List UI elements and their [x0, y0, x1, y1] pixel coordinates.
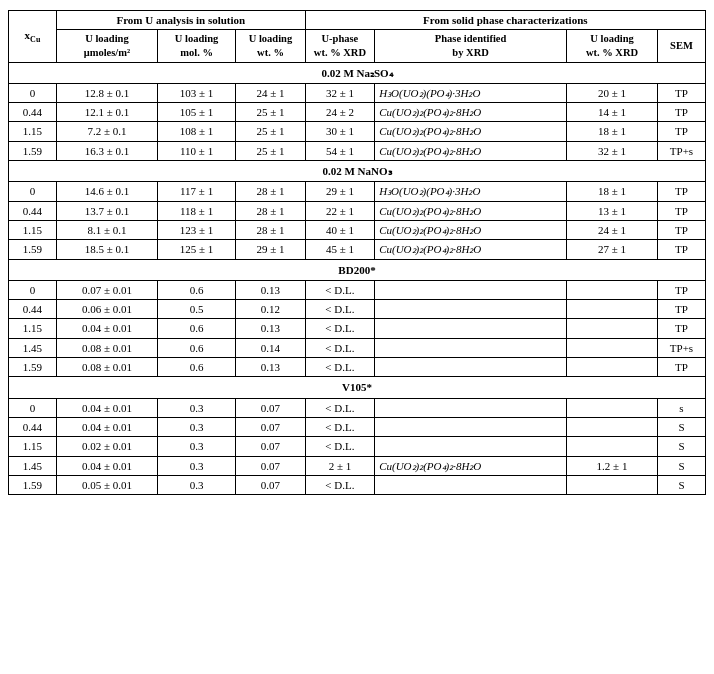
from-solid-label: From solid phase characterizations	[423, 14, 587, 26]
table-cell: 118 ± 1	[157, 201, 235, 220]
table-cell: 22 ± 1	[305, 201, 374, 220]
table-cell: 13.7 ± 0.1	[56, 201, 157, 220]
table-row: 0.4413.7 ± 0.1118 ± 128 ± 122 ± 1Cu(UO₂)…	[9, 201, 706, 220]
table-cell: 0.44	[9, 300, 57, 319]
table-cell: 0.3	[157, 437, 235, 456]
table-cell: 0.3	[157, 417, 235, 436]
section-title: V105*	[9, 377, 706, 398]
table-cell: 1.59	[9, 240, 57, 259]
table-cell: 0	[9, 83, 57, 102]
table-body: 0.02 M Na₂SO₄012.8 ± 0.1103 ± 124 ± 132 …	[9, 62, 706, 495]
table-cell	[375, 300, 567, 319]
table-cell: Cu(UO₂)₂(PO₄)₂·8H₂O	[375, 456, 567, 475]
section-header-row: BD200*	[9, 259, 706, 280]
xcu-label: xCu	[25, 29, 41, 41]
table-cell: 2 ± 1	[305, 456, 374, 475]
table-cell: 7.2 ± 0.1	[56, 122, 157, 141]
table-row: 012.8 ± 0.1103 ± 124 ± 132 ± 1H₃O(UO₂)(P…	[9, 83, 706, 102]
table-cell: 24 ± 1	[567, 220, 658, 239]
table-row: 1.157.2 ± 0.1108 ± 125 ± 130 ± 1Cu(UO₂)₂…	[9, 122, 706, 141]
main-table: xCu From U analysis in solution From sol…	[8, 10, 706, 495]
table-cell: 0.13	[236, 319, 305, 338]
table-cell: H₃O(UO₂)(PO₄)·3H₂O	[375, 83, 567, 102]
table-cell: 28 ± 1	[236, 182, 305, 201]
section-header-row: 0.02 M NaNO₃	[9, 161, 706, 182]
table-cell	[567, 300, 658, 319]
section-title: BD200*	[9, 259, 706, 280]
table-cell	[375, 437, 567, 456]
table-cell: 32 ± 1	[567, 141, 658, 160]
table-cell: TP	[657, 240, 705, 259]
uphase-header: U-phasewt. % XRD	[305, 30, 374, 62]
table-cell: 29 ± 1	[236, 240, 305, 259]
table-cell: 0.07	[236, 456, 305, 475]
table-cell: Cu(UO₂)₂(PO₄)₂·8H₂O	[375, 122, 567, 141]
table-cell: 110 ± 1	[157, 141, 235, 160]
table-cell: 29 ± 1	[305, 182, 374, 201]
table-cell	[375, 319, 567, 338]
table-row: 1.158.1 ± 0.1123 ± 128 ± 140 ± 1Cu(UO₂)₂…	[9, 220, 706, 239]
table-cell: 0.13	[236, 280, 305, 299]
table-cell: 0.05 ± 0.01	[56, 475, 157, 494]
table-cell: 0.07	[236, 417, 305, 436]
table-cell: 123 ± 1	[157, 220, 235, 239]
table-cell: 27 ± 1	[567, 240, 658, 259]
header-row-2: U loadingμmoles/m² U loadingmol. % U loa…	[9, 30, 706, 62]
table-cell: 125 ± 1	[157, 240, 235, 259]
table-cell: 1.15	[9, 319, 57, 338]
table-cell: S	[657, 417, 705, 436]
table-cell: 1.15	[9, 437, 57, 456]
table-row: 1.150.04 ± 0.010.60.13< D.L.TP	[9, 319, 706, 338]
table-cell: TP	[657, 83, 705, 102]
table-cell: < D.L.	[305, 338, 374, 357]
table-cell: TP	[657, 220, 705, 239]
table-cell: 103 ± 1	[157, 83, 235, 102]
table-cell: 1.15	[9, 220, 57, 239]
u-loading-xrd-header: U loadingwt. % XRD	[567, 30, 658, 62]
table-cell: 18 ± 1	[567, 182, 658, 201]
table-cell: < D.L.	[305, 475, 374, 494]
table-row: 0.440.04 ± 0.010.30.07< D.L.S	[9, 417, 706, 436]
table-cell: 0	[9, 280, 57, 299]
table-row: 1.590.08 ± 0.010.60.13< D.L.TP	[9, 358, 706, 377]
table-cell: 16.3 ± 0.1	[56, 141, 157, 160]
table-cell: 54 ± 1	[305, 141, 374, 160]
phase-identified-header: Phase identifiedby XRD	[375, 30, 567, 62]
u-loading-mol-header: U loadingmol. %	[157, 30, 235, 62]
header-row-1: xCu From U analysis in solution From sol…	[9, 11, 706, 30]
from-u-analysis-header: From U analysis in solution	[56, 11, 305, 30]
table-cell: 0.04 ± 0.01	[56, 456, 157, 475]
table-cell: 30 ± 1	[305, 122, 374, 141]
table-cell: 12.8 ± 0.1	[56, 83, 157, 102]
table-row: 1.150.02 ± 0.010.30.07< D.L.S	[9, 437, 706, 456]
table-cell: 0.6	[157, 338, 235, 357]
table-cell: < D.L.	[305, 319, 374, 338]
table-cell: 0.14	[236, 338, 305, 357]
table-cell	[567, 475, 658, 494]
table-cell: TP	[657, 280, 705, 299]
table-cell: TP	[657, 103, 705, 122]
table-cell: TP	[657, 182, 705, 201]
from-u-label: From U analysis in solution	[116, 14, 245, 26]
table-cell	[375, 338, 567, 357]
table-cell: 8.1 ± 0.1	[56, 220, 157, 239]
table-cell: < D.L.	[305, 398, 374, 417]
table-cell: 108 ± 1	[157, 122, 235, 141]
table-cell: 0.3	[157, 456, 235, 475]
table-cell: 18 ± 1	[567, 122, 658, 141]
table-cell: < D.L.	[305, 437, 374, 456]
section-title: 0.02 M NaNO₃	[9, 161, 706, 182]
table-cell: S	[657, 437, 705, 456]
table-cell: 0.44	[9, 201, 57, 220]
table-cell: 40 ± 1	[305, 220, 374, 239]
table-row: 1.450.08 ± 0.010.60.14< D.L.TP+s	[9, 338, 706, 357]
table-cell: 1.59	[9, 358, 57, 377]
table-row: 0.440.06 ± 0.010.50.12< D.L.TP	[9, 300, 706, 319]
table-cell: Cu(UO₂)₂(PO₄)₂·8H₂O	[375, 220, 567, 239]
table-cell: 0.08 ± 0.01	[56, 358, 157, 377]
table-cell: 25 ± 1	[236, 122, 305, 141]
table-row: 00.07 ± 0.010.60.13< D.L.TP	[9, 280, 706, 299]
table-row: 1.450.04 ± 0.010.30.072 ± 1Cu(UO₂)₂(PO₄)…	[9, 456, 706, 475]
table-cell: S	[657, 475, 705, 494]
table-cell: 24 ± 2	[305, 103, 374, 122]
